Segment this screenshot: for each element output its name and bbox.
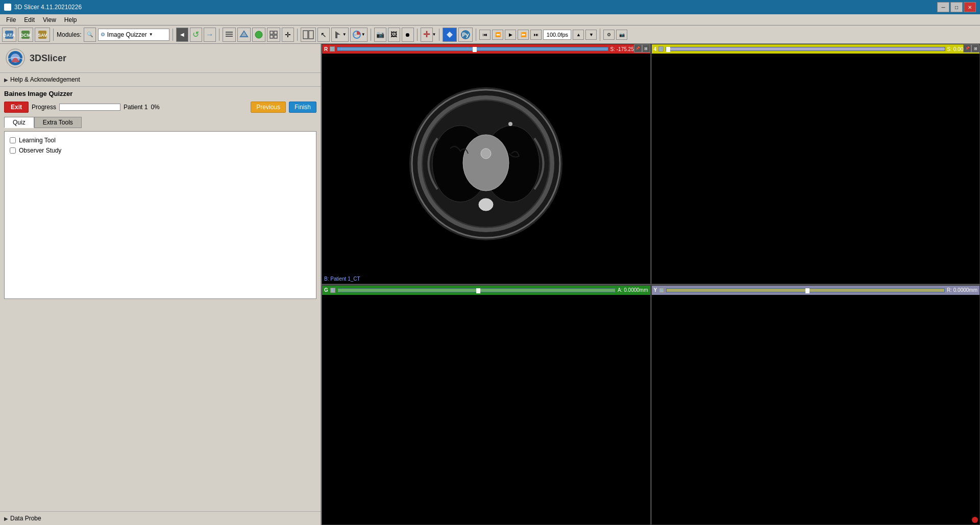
quiz-panel: Baines Image Quizzer Exit Progress Patie… bbox=[0, 87, 321, 302]
svg-point-34 bbox=[479, 198, 493, 211]
previous-button[interactable]: Previous bbox=[251, 102, 286, 113]
viewer-bl-slider[interactable] bbox=[337, 288, 616, 292]
minimize-button[interactable]: ─ bbox=[937, 2, 949, 12]
left-panel-spacer bbox=[0, 302, 321, 511]
extension-button[interactable] bbox=[443, 28, 457, 42]
loop-button[interactable]: ⚙ bbox=[603, 30, 615, 40]
save-button[interactable]: SAV bbox=[35, 28, 50, 42]
main-toolbar: DATA DCM SAV Modules: 🔍 ⚙ Image Quizzer … bbox=[0, 26, 980, 44]
grid-view-button[interactable] bbox=[267, 28, 280, 42]
svg-point-33 bbox=[481, 148, 491, 159]
viewer-bl-link-btn[interactable]: 🔗 bbox=[330, 288, 335, 293]
svg-marker-18 bbox=[335, 31, 340, 38]
dcm-button[interactable]: DCM bbox=[18, 28, 33, 42]
learning-tool-checkbox[interactable] bbox=[10, 137, 16, 143]
viewer-tl-link-btn[interactable]: 🔗 bbox=[330, 46, 335, 52]
svg-text:SAV: SAV bbox=[38, 33, 47, 38]
python-button[interactable]: Py bbox=[458, 28, 473, 42]
progress-bar bbox=[59, 104, 120, 111]
3d-view-button[interactable] bbox=[237, 28, 251, 42]
maximize-button[interactable]: □ bbox=[950, 2, 963, 12]
viewer-top-left: 📌 ⊞ R 🔗 S: -175.2500mm bbox=[322, 44, 651, 284]
module-selector: Modules: 🔍 ⚙ Image Quizzer ▼ bbox=[57, 28, 169, 42]
viewer-tl-pin-btn[interactable]: 📌 bbox=[634, 44, 642, 53]
color-button[interactable]: ▼ bbox=[350, 28, 368, 42]
sphere-view-button[interactable] bbox=[252, 28, 265, 42]
viewer-tl-slider[interactable] bbox=[337, 47, 608, 51]
help-collapsible[interactable]: ▶ Help & Acknowledgement bbox=[4, 75, 316, 84]
svg-rect-14 bbox=[270, 35, 273, 38]
viewer-tr-bar-label: 4 bbox=[654, 46, 657, 52]
svg-rect-13 bbox=[274, 31, 277, 34]
plus-tool-button[interactable]: ✛ bbox=[421, 28, 433, 42]
window-title: 3D Slicer 4.11.20210226 bbox=[14, 4, 82, 11]
cursor-button[interactable]: ↖ bbox=[317, 28, 330, 42]
fps-input[interactable] bbox=[543, 30, 571, 40]
exit-button[interactable]: Exit bbox=[4, 102, 29, 113]
viewers-area: 📌 ⊞ R 🔗 S: -175.2500mm bbox=[322, 44, 980, 525]
viewer-br-controls: 🔗 bbox=[659, 288, 664, 293]
next-frame-button[interactable]: ⏩ bbox=[518, 30, 529, 40]
viewer-tl-max-btn[interactable]: ⊞ bbox=[642, 44, 650, 53]
pointer-dropdown[interactable]: ▼ bbox=[331, 28, 349, 42]
menu-edit[interactable]: Edit bbox=[20, 15, 39, 24]
screenshot-button[interactable]: 📷 bbox=[374, 28, 386, 42]
finish-button[interactable]: Finish bbox=[289, 102, 316, 113]
svg-text:Py: Py bbox=[462, 32, 470, 38]
tab-quiz[interactable]: Quiz bbox=[4, 117, 34, 128]
dropdown-arrow: ▼ bbox=[149, 32, 153, 37]
checkbox-row-1: Learning Tool bbox=[10, 137, 311, 144]
data-button[interactable]: DATA bbox=[2, 28, 16, 42]
svg-rect-15 bbox=[274, 35, 277, 38]
svg-point-11 bbox=[255, 31, 262, 38]
first-frame-button[interactable]: ⏮ bbox=[479, 30, 491, 40]
separator-8 bbox=[476, 29, 476, 41]
svg-point-32 bbox=[463, 135, 509, 191]
svg-rect-17 bbox=[309, 31, 313, 39]
tab-extra-tools[interactable]: Extra Tools bbox=[34, 117, 82, 128]
viewer-tr-slider[interactable] bbox=[666, 47, 945, 51]
data-probe-section: ▶ Data Probe bbox=[0, 511, 321, 525]
screenshot2-button[interactable]: 📷 bbox=[616, 30, 627, 40]
layout-list-button[interactable] bbox=[223, 28, 236, 42]
menu-view[interactable]: View bbox=[39, 15, 60, 24]
viewer-br-slider[interactable] bbox=[666, 288, 945, 292]
module-search-button[interactable]: 🔍 bbox=[84, 28, 96, 42]
nav-next-button[interactable]: → bbox=[204, 28, 216, 42]
module-dropdown[interactable]: ⚙ Image Quizzer ▼ bbox=[98, 29, 169, 41]
prev-frame-button[interactable]: ⏪ bbox=[492, 30, 503, 40]
separator-4 bbox=[297, 29, 298, 41]
crosshair-button[interactable]: ✛ bbox=[282, 28, 294, 42]
observer-study-label: Observer Study bbox=[19, 147, 61, 154]
tabs-container: Quiz Extra Tools bbox=[4, 117, 316, 128]
nav-reload-button[interactable]: ↺ bbox=[190, 28, 202, 42]
record-button[interactable]: ⏺ bbox=[402, 28, 414, 42]
fps-down-button[interactable]: ▼ bbox=[585, 30, 597, 40]
viewer-row-top: 📌 ⊞ R 🔗 S: -175.2500mm bbox=[322, 44, 980, 284]
view-layout-button[interactable] bbox=[301, 28, 316, 42]
patient-label: Patient 1 bbox=[124, 104, 148, 111]
viewer-br-value: R: 0.0000mm bbox=[947, 287, 977, 293]
title-bar: 3D Slicer 4.11.20210226 ─ □ ✕ bbox=[0, 0, 980, 14]
fps-up-button[interactable]: ▲ bbox=[573, 30, 584, 40]
menu-help[interactable]: Help bbox=[60, 15, 81, 24]
progress-label: Progress bbox=[32, 104, 56, 111]
viewer-tr-pin-btn[interactable]: 📌 bbox=[963, 44, 971, 53]
play-button[interactable]: ▶ bbox=[505, 30, 516, 40]
last-frame-button[interactable]: ⏭ bbox=[530, 30, 542, 40]
data-probe-collapsible[interactable]: ▶ Data Probe bbox=[4, 514, 316, 523]
observer-study-checkbox[interactable] bbox=[10, 147, 16, 154]
module-selected: Image Quizzer bbox=[107, 31, 147, 38]
nav-prev-button[interactable]: ◀ bbox=[176, 28, 188, 42]
viewer-tl-controls: 🔗 bbox=[330, 46, 335, 52]
viewer-tr-link-btn[interactable]: 🔗 bbox=[658, 46, 664, 52]
viewer-bl-bar-label: G bbox=[324, 287, 328, 293]
separator-1 bbox=[53, 29, 54, 41]
viewer-br-link-btn[interactable]: 🔗 bbox=[659, 288, 664, 293]
modules-label: Modules: bbox=[57, 31, 82, 38]
ct-scan-svg bbox=[409, 87, 562, 240]
close-button[interactable]: ✕ bbox=[964, 2, 976, 12]
view-screenshot-button[interactable]: 🖼 bbox=[388, 28, 400, 42]
viewer-tr-max-btn[interactable]: ⊞ bbox=[971, 44, 979, 53]
menu-file[interactable]: File bbox=[2, 15, 20, 24]
